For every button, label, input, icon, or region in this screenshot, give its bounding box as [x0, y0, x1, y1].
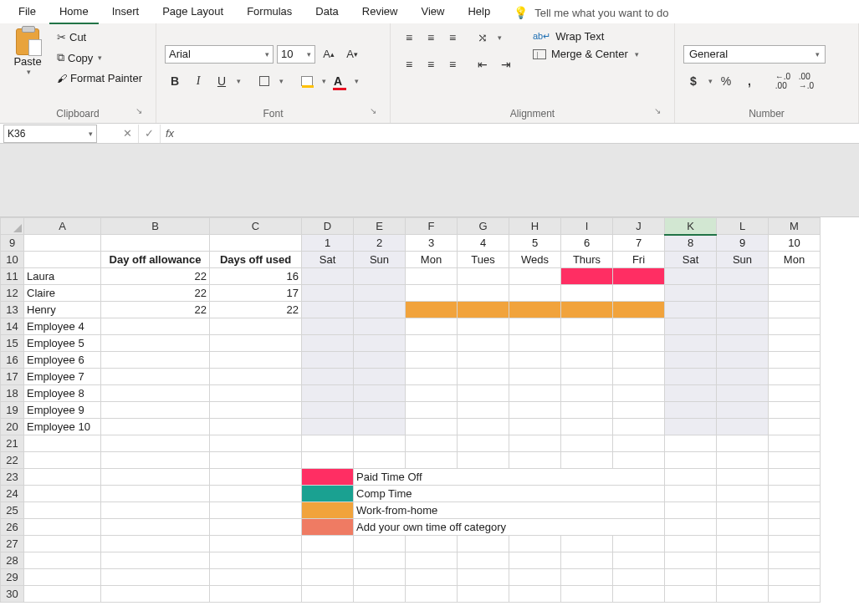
cell[interactable]	[561, 285, 613, 302]
chevron-down-icon[interactable]: ▾	[708, 77, 713, 85]
cell[interactable]	[354, 335, 406, 352]
increase-indent-button[interactable]: ⇥	[496, 55, 516, 74]
cell[interactable]	[406, 335, 458, 352]
cell[interactable]	[354, 586, 406, 603]
cell[interactable]: Days off used	[210, 252, 302, 268]
cell[interactable]	[769, 402, 821, 419]
decrease-font-button[interactable]: A▾	[342, 45, 362, 64]
cell[interactable]	[769, 318, 821, 335]
cell[interactable]	[613, 536, 665, 552]
cell[interactable]	[665, 402, 717, 419]
row-header-9[interactable]: 9	[1, 235, 24, 252]
cell[interactable]	[769, 452, 821, 469]
cell[interactable]: Employee 7	[24, 369, 101, 385]
cell[interactable]: Laura	[24, 268, 101, 285]
tab-insert[interactable]: Insert	[102, 2, 150, 24]
cell[interactable]	[406, 569, 458, 586]
cell[interactable]	[354, 302, 406, 318]
cell[interactable]	[458, 268, 509, 285]
cell[interactable]	[406, 419, 458, 435]
col-header-C[interactable]: C	[210, 218, 302, 235]
cell[interactable]	[717, 335, 769, 352]
accounting-format-button[interactable]: $	[683, 72, 703, 90]
tab-view[interactable]: View	[411, 2, 454, 24]
cell[interactable]	[406, 536, 458, 552]
cell[interactable]	[354, 402, 406, 419]
row-header-25[interactable]: 25	[1, 502, 24, 519]
row-header-28[interactable]: 28	[1, 552, 24, 569]
cell[interactable]	[717, 385, 769, 402]
chevron-down-icon[interactable]: ▾	[279, 77, 284, 85]
cell[interactable]	[561, 586, 613, 603]
increase-font-button[interactable]: A▴	[319, 45, 339, 64]
cell[interactable]	[561, 419, 613, 435]
cell[interactable]	[769, 552, 821, 569]
cell[interactable]	[458, 302, 509, 318]
cell[interactable]	[354, 419, 406, 435]
cell[interactable]	[101, 569, 210, 586]
cell[interactable]	[458, 335, 509, 352]
tab-formulas[interactable]: Formulas	[237, 2, 302, 24]
cell[interactable]	[613, 352, 665, 369]
cell[interactable]	[717, 452, 769, 469]
cell[interactable]	[613, 569, 665, 586]
col-header-E[interactable]: E	[354, 218, 406, 235]
font-color-button[interactable]: A	[330, 72, 350, 90]
row-header-19[interactable]: 19	[1, 402, 24, 419]
cell[interactable]	[354, 369, 406, 385]
row-header-30[interactable]: 30	[1, 586, 24, 603]
italic-button[interactable]: I	[188, 72, 208, 90]
tab-home[interactable]: Home	[49, 2, 99, 24]
cell[interactable]	[613, 552, 665, 569]
row-header-26[interactable]: 26	[1, 519, 24, 536]
cell[interactable]: 22	[101, 268, 210, 285]
cell[interactable]	[509, 452, 561, 469]
cell[interactable]	[561, 435, 613, 452]
cell[interactable]	[458, 419, 509, 435]
cell[interactable]	[665, 586, 717, 603]
font-size-select[interactable]: 10▾	[277, 45, 315, 64]
cell[interactable]	[354, 569, 406, 586]
cell[interactable]	[406, 285, 458, 302]
formula-input[interactable]	[179, 125, 859, 143]
cell[interactable]: Fri	[613, 252, 665, 268]
row-header-14[interactable]: 14	[1, 318, 24, 335]
cell[interactable]	[24, 452, 101, 469]
merge-center-button[interactable]: Merge & Center▾	[529, 46, 642, 62]
row-header-27[interactable]: 27	[1, 536, 24, 552]
cell[interactable]: Sat	[302, 252, 354, 268]
cell[interactable]	[561, 536, 613, 552]
cell[interactable]	[769, 586, 821, 603]
cell[interactable]	[101, 318, 210, 335]
fx-icon[interactable]: fx	[161, 127, 179, 140]
cell[interactable]: Claire	[24, 285, 101, 302]
cell[interactable]	[210, 352, 302, 369]
cell[interactable]: 1	[302, 235, 354, 252]
row-header-24[interactable]: 24	[1, 486, 24, 502]
cell[interactable]	[406, 452, 458, 469]
cell[interactable]	[561, 452, 613, 469]
tab-review[interactable]: Review	[352, 2, 408, 24]
cell[interactable]: 22	[101, 285, 210, 302]
cell[interactable]	[561, 268, 613, 285]
cell[interactable]	[665, 385, 717, 402]
row-header-13[interactable]: 13	[1, 302, 24, 318]
cell[interactable]	[354, 352, 406, 369]
cell[interactable]	[665, 285, 717, 302]
cell[interactable]	[210, 435, 302, 452]
cell[interactable]	[302, 352, 354, 369]
cell[interactable]	[458, 435, 509, 452]
cell[interactable]: 3	[406, 235, 458, 252]
cell[interactable]	[458, 402, 509, 419]
cell[interactable]	[613, 318, 665, 335]
row-header-29[interactable]: 29	[1, 569, 24, 586]
cell[interactable]	[101, 369, 210, 385]
row-header-11[interactable]: 11	[1, 268, 24, 285]
cell[interactable]	[458, 452, 509, 469]
row-header-20[interactable]: 20	[1, 419, 24, 435]
cell[interactable]	[717, 586, 769, 603]
spreadsheet-grid[interactable]: ABCDEFGHIJKLM91234567891010Day off allow…	[0, 144, 859, 603]
cell[interactable]	[210, 369, 302, 385]
cell[interactable]	[509, 402, 561, 419]
cell[interactable]	[509, 352, 561, 369]
